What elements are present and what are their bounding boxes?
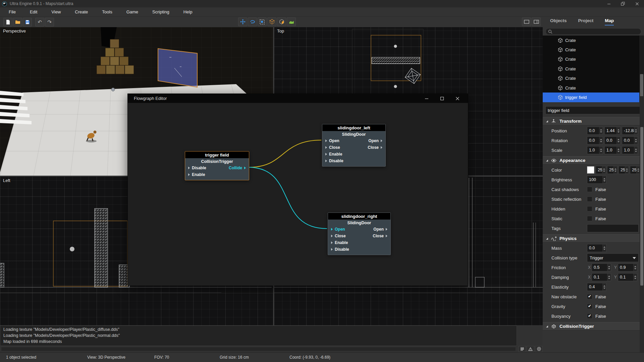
rotate-tool-icon[interactable] bbox=[248, 17, 257, 26]
nav-obstacle-checkbox[interactable] bbox=[587, 294, 592, 299]
menu-game[interactable]: Game bbox=[119, 9, 145, 14]
position-z-field[interactable]: -12.88 bbox=[622, 127, 638, 135]
input-pin-enable[interactable]: Enable bbox=[188, 172, 205, 177]
color-r-field[interactable]: 25 bbox=[596, 166, 606, 174]
viewport-layout-split-icon[interactable] bbox=[532, 17, 541, 26]
restore-button[interactable] bbox=[616, 0, 630, 7]
terrain-tool-icon[interactable] bbox=[287, 17, 296, 26]
console-output[interactable]: Loading texture "Models/Developer/Player… bbox=[0, 325, 517, 346]
static-checkbox[interactable] bbox=[587, 216, 592, 221]
elasticity-field[interactable]: 0.4 bbox=[587, 283, 606, 291]
tab-objects[interactable]: Objects bbox=[550, 18, 567, 25]
tags-input[interactable] bbox=[587, 224, 639, 232]
list-item-crate[interactable]: Crate bbox=[543, 45, 644, 54]
rotation-z-field[interactable]: 0.0 bbox=[622, 136, 638, 144]
menu-tools[interactable]: Tools bbox=[95, 9, 119, 14]
color-swatch[interactable] bbox=[587, 166, 594, 174]
menu-create[interactable]: Create bbox=[68, 9, 95, 14]
position-y-field[interactable]: 1.44 bbox=[604, 127, 621, 135]
viewport-layout-single-icon[interactable] bbox=[522, 17, 531, 26]
tab-map[interactable]: Map bbox=[605, 18, 614, 25]
output-pin-open[interactable]: Open bbox=[368, 138, 382, 143]
errors-icon[interactable] bbox=[535, 346, 543, 352]
menu-file[interactable]: File bbox=[0, 9, 23, 14]
menu-edit[interactable]: Edit bbox=[23, 9, 44, 14]
color-b-field[interactable]: 25 bbox=[619, 166, 629, 174]
scale-x-field[interactable]: 1.0 bbox=[587, 146, 603, 154]
collapse-icon[interactable] bbox=[546, 325, 548, 327]
redo-icon[interactable]: ↷ bbox=[45, 18, 54, 26]
friction-y-field[interactable]: 0.9 bbox=[618, 263, 637, 272]
close-button[interactable] bbox=[630, 0, 644, 7]
input-pin-disable[interactable]: Disable bbox=[325, 159, 343, 163]
list-scrollbar[interactable] bbox=[639, 36, 644, 102]
save-icon[interactable] bbox=[23, 18, 32, 26]
console-horizontal-scrollbar[interactable] bbox=[1, 347, 516, 351]
color-a-field[interactable]: 25 bbox=[630, 166, 640, 174]
buoyancy-checkbox[interactable] bbox=[587, 313, 592, 319]
tab-project[interactable]: Project bbox=[578, 18, 594, 25]
rect-select-tool-icon[interactable] bbox=[258, 17, 267, 26]
minimize-button[interactable] bbox=[602, 0, 616, 7]
friction-x-field[interactable]: 0.5 bbox=[592, 263, 611, 272]
menu-view[interactable]: View bbox=[44, 9, 68, 14]
section-transform[interactable]: Transform bbox=[543, 117, 644, 125]
gravity-checkbox[interactable] bbox=[587, 304, 592, 309]
menu-help[interactable]: Help bbox=[176, 9, 200, 14]
input-pin-open[interactable]: Open bbox=[325, 138, 339, 143]
damping-y-field[interactable]: 0.1 bbox=[618, 273, 637, 281]
new-file-icon[interactable] bbox=[3, 18, 12, 26]
warnings-icon[interactable] bbox=[527, 346, 534, 352]
wireframe-cube-icon[interactable] bbox=[267, 17, 276, 26]
section-collision-trigger[interactable]: CollisionTrigger bbox=[543, 322, 644, 330]
output-pin-close[interactable]: Close bbox=[373, 234, 387, 238]
flowgraph-minimize-button[interactable] bbox=[419, 94, 434, 103]
flowgraph-canvas[interactable]: trigger field CollisionTrigger Disable C… bbox=[128, 103, 468, 286]
rotation-x-field[interactable]: 0.0 bbox=[587, 136, 603, 144]
panel-scrollbar[interactable] bbox=[640, 96, 644, 352]
flowgraph-maximize-button[interactable] bbox=[434, 94, 450, 103]
node-slidingdoor-left[interactable]: slidingdoor_left SlidingDoor Open Open C… bbox=[322, 124, 386, 167]
position-x-field[interactable]: 0.0 bbox=[587, 127, 603, 135]
output-pin-open[interactable]: Open bbox=[373, 227, 387, 232]
output-pin-collide[interactable]: Collide bbox=[229, 166, 246, 170]
flowgraph-close-button[interactable] bbox=[450, 94, 465, 103]
node-trigger-field[interactable]: trigger field CollisionTrigger Disable C… bbox=[185, 151, 249, 180]
move-tool-icon[interactable] bbox=[238, 17, 247, 26]
flowgraph-titlebar[interactable]: Flowgraph Editor bbox=[128, 94, 468, 103]
undo-icon[interactable]: ↶ bbox=[35, 18, 44, 26]
collapse-icon[interactable] bbox=[546, 238, 548, 240]
output-pin-close[interactable]: Close bbox=[368, 145, 382, 150]
input-pin-disable[interactable]: Disable bbox=[188, 166, 206, 170]
color-g-field[interactable]: 25 bbox=[607, 166, 618, 174]
list-item-crate[interactable]: Crate bbox=[543, 36, 644, 45]
log-list-icon[interactable] bbox=[518, 346, 526, 352]
input-pin-enable[interactable]: Enable bbox=[325, 152, 342, 157]
section-physics[interactable]: Physics bbox=[543, 234, 644, 243]
input-pin-disable[interactable]: Disable bbox=[331, 247, 349, 252]
solid-cube-icon[interactable] bbox=[277, 17, 286, 26]
search-input[interactable] bbox=[545, 28, 641, 35]
input-pin-close[interactable]: Close bbox=[331, 234, 346, 238]
list-item-crate[interactable]: Crate bbox=[543, 83, 644, 93]
object-name-input[interactable]: trigger field bbox=[545, 106, 641, 114]
menu-scripting[interactable]: Scripting bbox=[145, 9, 176, 14]
list-item-crate[interactable]: Crate bbox=[543, 64, 644, 73]
rotation-y-field[interactable]: 0.0 bbox=[604, 136, 621, 144]
flowgraph-editor-window[interactable]: Flowgraph Editor trigger field Collision… bbox=[127, 94, 468, 285]
hidden-checkbox[interactable] bbox=[587, 206, 592, 212]
mass-field[interactable]: 0.0 bbox=[587, 244, 606, 252]
damping-x-field[interactable]: 0.1 bbox=[592, 273, 611, 281]
input-pin-close[interactable]: Close bbox=[325, 145, 340, 150]
static-reflection-checkbox[interactable] bbox=[587, 196, 592, 202]
collapse-icon[interactable] bbox=[546, 160, 548, 162]
input-pin-open[interactable]: Open bbox=[331, 227, 345, 232]
collision-type-dropdown[interactable]: Trigger bbox=[587, 253, 639, 262]
cast-shadows-checkbox[interactable] bbox=[587, 187, 592, 192]
list-item-trigger-field[interactable]: trigger field bbox=[543, 93, 644, 102]
open-folder-icon[interactable] bbox=[13, 18, 22, 26]
brightness-field[interactable]: 100 bbox=[587, 176, 606, 184]
input-pin-enable[interactable]: Enable bbox=[331, 240, 348, 245]
list-item-crate[interactable]: Crate bbox=[543, 74, 644, 83]
scale-y-field[interactable]: 1.0 bbox=[604, 146, 621, 154]
